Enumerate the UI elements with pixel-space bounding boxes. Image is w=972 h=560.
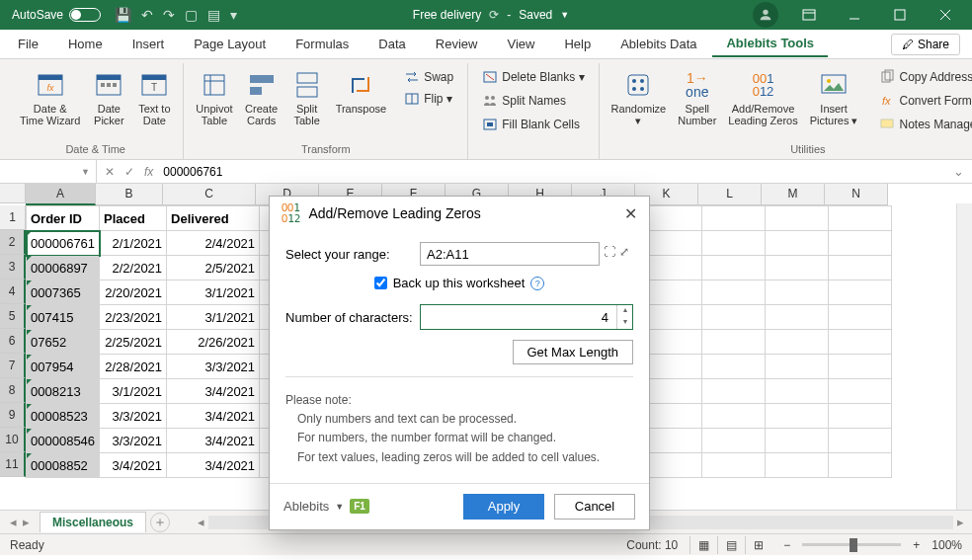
help-icon[interactable]: ? xyxy=(530,277,544,290)
date-time-wizard-button[interactable]: fxDate & Time Wizard xyxy=(16,67,84,128)
cell[interactable]: Delivered xyxy=(167,206,260,231)
expand-formula-bar-icon[interactable]: ⌄ xyxy=(945,164,972,179)
column-header[interactable]: L xyxy=(698,184,762,205)
cell[interactable] xyxy=(702,379,766,404)
cell[interactable] xyxy=(766,379,829,404)
row-header[interactable]: 6 xyxy=(0,329,26,354)
tab-data[interactable]: Data xyxy=(364,32,419,56)
text-to-date-button[interactable]: TText to Date xyxy=(133,67,175,128)
zoom-out-button[interactable]: − xyxy=(783,538,790,552)
convert-formulas-button[interactable]: fxConvert Formulas ▾ xyxy=(873,91,972,111)
cell[interactable]: 2/20/2021 xyxy=(100,280,167,305)
cell[interactable] xyxy=(766,429,829,453)
row-header[interactable]: 4 xyxy=(0,280,26,304)
cell[interactable] xyxy=(702,280,766,305)
spinner-down-icon[interactable]: ▾ xyxy=(617,317,632,329)
undo-icon[interactable]: ↶ xyxy=(141,7,153,23)
save-icon[interactable]: 💾 xyxy=(115,7,131,23)
cell[interactable]: 2/1/2021 xyxy=(100,231,167,256)
enter-formula-icon[interactable]: ✓ xyxy=(124,165,134,179)
column-header[interactable]: M xyxy=(762,184,825,205)
cell[interactable] xyxy=(766,231,829,256)
cell[interactable] xyxy=(702,404,766,429)
cell[interactable] xyxy=(829,305,892,330)
cell[interactable]: 3/3/2021 xyxy=(100,429,167,453)
tab-ablebits-data[interactable]: Ablebits Data xyxy=(607,32,710,56)
cell[interactable]: 007415 xyxy=(27,305,100,330)
cell[interactable] xyxy=(702,453,766,478)
fill-blank-cells-button[interactable]: Fill Blank Cells xyxy=(476,115,590,134)
tab-view[interactable]: View xyxy=(493,32,548,56)
user-avatar[interactable] xyxy=(753,2,778,28)
row-header[interactable]: 8 xyxy=(0,378,26,403)
row-header[interactable]: 10 xyxy=(0,428,26,452)
normal-view-icon[interactable]: ▦ xyxy=(689,536,717,554)
cell[interactable]: 3/1/2021 xyxy=(100,379,167,404)
select-all-corner[interactable] xyxy=(0,184,26,203)
close-icon[interactable]: ✕ xyxy=(624,204,637,223)
tab-insert[interactable]: Insert xyxy=(119,32,179,56)
cell[interactable]: 2/26/2021 xyxy=(167,330,260,355)
numchars-input[interactable] xyxy=(421,305,616,329)
qat-icon[interactable]: ▤ xyxy=(207,7,220,23)
tab-review[interactable]: Review xyxy=(422,32,492,56)
row-header[interactable]: 9 xyxy=(0,403,26,428)
expand-range-icon[interactable]: ⤢ xyxy=(619,245,629,259)
flip-button[interactable]: Flip ▾ xyxy=(398,89,459,109)
qat-dropdown-icon[interactable]: ▾ xyxy=(230,7,237,23)
chevron-down-icon[interactable]: ▼ xyxy=(560,10,569,20)
sheet-nav[interactable]: ◂▸ xyxy=(4,515,36,529)
cell[interactable] xyxy=(702,305,766,330)
insert-pictures-button[interactable]: Insert Pictures ▾ xyxy=(806,67,862,129)
ablebits-brand[interactable]: Ablebits ▼ F1 xyxy=(284,499,369,514)
select-range-icon[interactable]: ⛶ xyxy=(604,245,615,259)
tab-home[interactable]: Home xyxy=(54,32,117,56)
fx-icon[interactable]: fx xyxy=(144,165,153,179)
cell[interactable] xyxy=(766,330,829,355)
cell[interactable] xyxy=(829,355,892,379)
notes-manager-button[interactable]: Notes Manager ▾ xyxy=(873,115,972,134)
spell-number-button[interactable]: 1→oneSpell Number xyxy=(674,67,720,128)
qat-icon[interactable]: ▢ xyxy=(185,7,198,23)
leading-zeros-button[interactable]: 001012Add/Remove Leading Zeros xyxy=(724,67,801,128)
cell[interactable] xyxy=(829,256,892,280)
autosave-toggle[interactable]: AutoSave xyxy=(12,8,101,22)
zoom-in-button[interactable]: + xyxy=(913,538,920,552)
delete-blanks-button[interactable]: Delete Blanks ▾ xyxy=(476,67,590,87)
add-sheet-button[interactable]: ＋ xyxy=(150,513,170,532)
cell[interactable] xyxy=(829,429,892,453)
date-picker-button[interactable]: Date Picker xyxy=(88,67,129,128)
cancel-formula-icon[interactable]: ✕ xyxy=(105,165,115,179)
backup-checkbox[interactable] xyxy=(374,277,387,289)
cell[interactable] xyxy=(829,206,892,231)
copy-address-button[interactable]: Copy Address ▾ xyxy=(873,67,972,87)
cell[interactable]: 3/4/2021 xyxy=(167,453,260,478)
redo-icon[interactable]: ↷ xyxy=(163,7,175,23)
cell[interactable]: 3/4/2021 xyxy=(167,429,260,453)
cell[interactable]: Placed xyxy=(100,206,167,231)
numchars-spinner[interactable]: ▴▾ xyxy=(616,305,632,329)
row-header[interactable]: 5 xyxy=(0,304,26,329)
column-header[interactable]: C xyxy=(163,184,256,205)
cell[interactable] xyxy=(702,206,766,231)
cell[interactable]: 3/1/2021 xyxy=(167,305,260,330)
cell[interactable] xyxy=(766,280,829,305)
cell[interactable] xyxy=(829,330,892,355)
share-button[interactable]: 🖊 Share xyxy=(891,34,960,55)
cell[interactable]: 00008523 xyxy=(27,404,100,429)
cell[interactable] xyxy=(766,355,829,379)
vertical-scrollbar[interactable] xyxy=(956,203,972,510)
cell[interactable]: 3/1/2021 xyxy=(167,280,260,305)
cell[interactable]: 2/4/2021 xyxy=(167,231,260,256)
cell[interactable]: 3/3/2021 xyxy=(100,404,167,429)
cell[interactable]: 2/23/2021 xyxy=(100,305,167,330)
name-box[interactable]: ▼ xyxy=(0,160,97,183)
cell[interactable] xyxy=(702,231,766,256)
apply-button[interactable]: Apply xyxy=(463,494,544,520)
cell[interactable] xyxy=(766,256,829,280)
unpivot-table-button[interactable]: Unpivot Table xyxy=(192,67,236,128)
cell[interactable] xyxy=(766,453,829,478)
cell[interactable]: 0008213 xyxy=(27,379,100,404)
maximize-button[interactable] xyxy=(877,0,923,30)
cell[interactable] xyxy=(702,256,766,280)
